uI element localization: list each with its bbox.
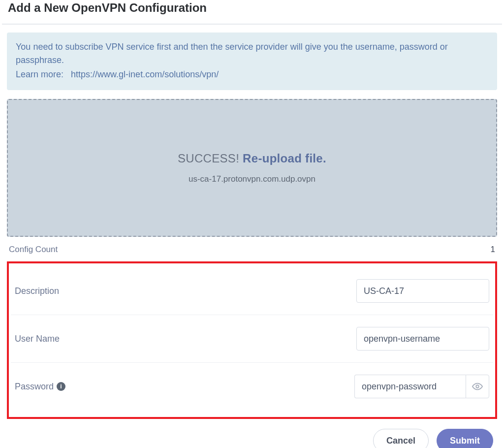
divider [2,24,502,25]
submit-button[interactable]: Submit [437,429,493,448]
info-icon[interactable]: i [57,382,65,391]
learn-more-label: Learn more: [16,69,63,79]
svg-point-0 [476,385,479,388]
description-input[interactable] [356,279,489,303]
password-row: Password i [11,363,493,410]
config-count-label: Config Count [9,245,58,255]
info-banner-text: You need to subscribe VPN service first … [16,40,488,67]
config-count-row: Config Count 1 [7,245,497,259]
username-input[interactable] [356,327,489,351]
dialog-footer: Cancel Submit [7,429,497,448]
upload-status: SUCCESS! Re-upload file. [178,152,326,165]
uploaded-filename: us-ca-17.protonvpn.com.udp.ovpn [189,174,315,184]
page-title: Add a New OpenVPN Configuration [2,0,502,24]
reupload-link[interactable]: Re-upload file. [243,152,326,165]
learn-more-link[interactable]: https://www.gl-inet.com/solutions/vpn/ [71,69,219,79]
password-input[interactable] [354,375,466,398]
description-row: Description [11,267,493,315]
info-banner: You need to subscribe VPN service first … [7,32,497,90]
username-row: User Name [11,315,493,363]
upload-status-prefix: SUCCESS! [178,152,239,165]
description-label: Description [15,286,59,296]
username-label: User Name [15,334,60,344]
cancel-button[interactable]: Cancel [373,429,429,448]
config-count-value: 1 [491,245,495,255]
toggle-password-visibility[interactable] [466,375,489,398]
upload-dropzone[interactable]: SUCCESS! Re-upload file. us-ca-17.proton… [7,99,497,237]
highlighted-form-section: Description User Name Password i [7,261,497,419]
eye-icon [472,381,483,392]
password-label: Password [15,382,54,392]
